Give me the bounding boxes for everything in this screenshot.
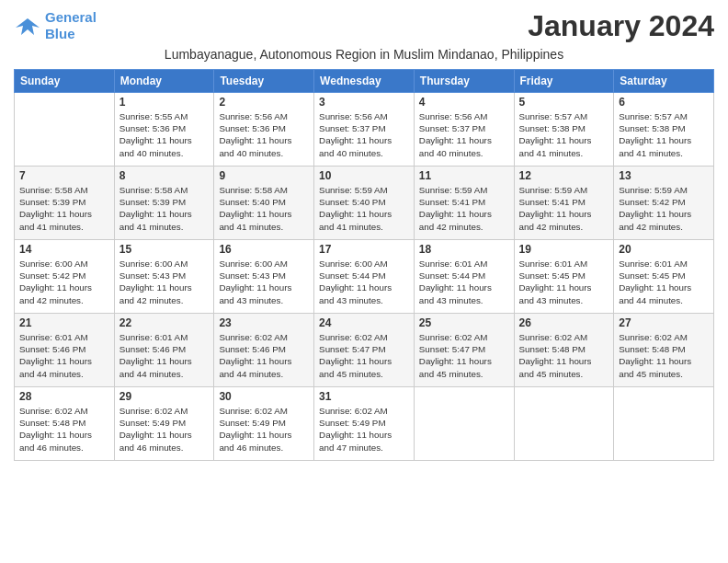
day-number: 3	[319, 96, 409, 109]
calendar-cell: 30Sunrise: 6:02 AM Sunset: 5:49 PM Dayli…	[214, 387, 314, 461]
calendar-cell: 31Sunrise: 6:02 AM Sunset: 5:49 PM Dayli…	[314, 387, 415, 461]
day-number: 25	[419, 316, 509, 329]
day-info: Sunrise: 6:02 AM Sunset: 5:48 PM Dayligh…	[619, 331, 709, 380]
calendar-cell: 18Sunrise: 6:01 AM Sunset: 5:44 PM Dayli…	[414, 240, 514, 314]
day-info: Sunrise: 5:58 AM Sunset: 5:40 PM Dayligh…	[219, 184, 309, 233]
day-number: 5	[519, 96, 609, 109]
calendar-cell: 23Sunrise: 6:02 AM Sunset: 5:46 PM Dayli…	[214, 314, 314, 387]
calendar-cell: 29Sunrise: 6:02 AM Sunset: 5:49 PM Dayli…	[114, 387, 214, 461]
day-info: Sunrise: 5:59 AM Sunset: 5:40 PM Dayligh…	[319, 184, 409, 233]
calendar-cell: 3Sunrise: 5:56 AM Sunset: 5:37 PM Daylig…	[314, 93, 415, 167]
header: General Blue January 2024	[14, 9, 714, 43]
day-info: Sunrise: 6:00 AM Sunset: 5:43 PM Dayligh…	[119, 258, 210, 306]
calendar-cell: 11Sunrise: 5:59 AM Sunset: 5:41 PM Dayli…	[414, 167, 514, 240]
calendar-cell: 22Sunrise: 6:01 AM Sunset: 5:46 PM Dayli…	[114, 314, 214, 387]
col-header-thursday: Thursday	[414, 70, 514, 93]
day-info: Sunrise: 5:58 AM Sunset: 5:39 PM Dayligh…	[119, 184, 210, 233]
week-row-1: 1Sunrise: 5:55 AM Sunset: 5:36 PM Daylig…	[15, 93, 714, 167]
day-number: 4	[419, 96, 509, 109]
week-row-3: 14Sunrise: 6:00 AM Sunset: 5:42 PM Dayli…	[15, 240, 714, 314]
col-header-saturday: Saturday	[614, 70, 714, 93]
week-row-2: 7Sunrise: 5:58 AM Sunset: 5:39 PM Daylig…	[15, 167, 714, 240]
calendar-cell: 24Sunrise: 6:02 AM Sunset: 5:47 PM Dayli…	[314, 314, 415, 387]
day-number: 17	[319, 243, 409, 256]
calendar-cell	[514, 387, 614, 461]
day-number: 20	[619, 243, 709, 256]
day-of-week-row: SundayMondayTuesdayWednesdayThursdayFrid…	[15, 70, 714, 93]
day-info: Sunrise: 5:59 AM Sunset: 5:42 PM Dayligh…	[619, 184, 709, 233]
calendar-cell: 10Sunrise: 5:59 AM Sunset: 5:40 PM Dayli…	[314, 167, 415, 240]
calendar-cell: 17Sunrise: 6:00 AM Sunset: 5:44 PM Dayli…	[314, 240, 415, 314]
day-number: 31	[319, 390, 409, 403]
calendar-cell: 14Sunrise: 6:00 AM Sunset: 5:42 PM Dayli…	[15, 240, 115, 314]
col-header-sunday: Sunday	[15, 70, 115, 93]
day-info: Sunrise: 6:01 AM Sunset: 5:45 PM Dayligh…	[619, 258, 709, 306]
calendar-cell: 6Sunrise: 5:57 AM Sunset: 5:38 PM Daylig…	[614, 93, 714, 167]
day-info: Sunrise: 5:57 AM Sunset: 5:38 PM Dayligh…	[519, 110, 609, 159]
day-number: 22	[119, 316, 210, 329]
day-info: Sunrise: 6:02 AM Sunset: 5:49 PM Dayligh…	[119, 405, 210, 454]
day-info: Sunrise: 5:59 AM Sunset: 5:41 PM Dayligh…	[519, 184, 609, 233]
calendar-cell: 2Sunrise: 5:56 AM Sunset: 5:36 PM Daylig…	[214, 93, 314, 167]
calendar-cell: 1Sunrise: 5:55 AM Sunset: 5:36 PM Daylig…	[114, 93, 214, 167]
day-number: 14	[19, 243, 109, 256]
calendar-cell	[414, 387, 514, 461]
day-number: 27	[619, 316, 709, 329]
calendar-cell: 25Sunrise: 6:02 AM Sunset: 5:47 PM Dayli…	[414, 314, 514, 387]
day-info: Sunrise: 6:02 AM Sunset: 5:49 PM Dayligh…	[219, 405, 309, 454]
col-header-tuesday: Tuesday	[214, 70, 314, 93]
logo-text: General Blue	[45, 9, 97, 42]
calendar-cell: 5Sunrise: 5:57 AM Sunset: 5:38 PM Daylig…	[514, 93, 614, 167]
calendar-cell: 20Sunrise: 6:01 AM Sunset: 5:45 PM Dayli…	[614, 240, 714, 314]
day-number: 30	[219, 390, 309, 403]
day-info: Sunrise: 5:56 AM Sunset: 5:36 PM Dayligh…	[219, 110, 309, 159]
day-number: 10	[319, 169, 409, 182]
day-number: 15	[119, 243, 210, 256]
calendar-cell: 21Sunrise: 6:01 AM Sunset: 5:46 PM Dayli…	[15, 314, 115, 387]
logo: General Blue	[14, 9, 97, 42]
day-number: 23	[219, 316, 309, 329]
day-info: Sunrise: 5:59 AM Sunset: 5:41 PM Dayligh…	[419, 184, 509, 233]
day-info: Sunrise: 5:56 AM Sunset: 5:37 PM Dayligh…	[319, 110, 409, 159]
calendar-cell: 4Sunrise: 5:56 AM Sunset: 5:37 PM Daylig…	[414, 93, 514, 167]
day-number: 29	[119, 390, 210, 403]
logo-icon	[14, 15, 41, 37]
day-info: Sunrise: 6:02 AM Sunset: 5:46 PM Dayligh…	[219, 331, 309, 380]
day-number: 12	[519, 169, 609, 182]
calendar-cell: 19Sunrise: 6:01 AM Sunset: 5:45 PM Dayli…	[514, 240, 614, 314]
calendar-cell: 27Sunrise: 6:02 AM Sunset: 5:48 PM Dayli…	[614, 314, 714, 387]
day-info: Sunrise: 5:56 AM Sunset: 5:37 PM Dayligh…	[419, 110, 509, 159]
day-number: 9	[219, 169, 309, 182]
month-title: January 2024	[528, 9, 714, 43]
day-number: 21	[19, 316, 109, 329]
col-header-wednesday: Wednesday	[314, 70, 415, 93]
day-number: 18	[419, 243, 509, 256]
day-info: Sunrise: 6:02 AM Sunset: 5:48 PM Dayligh…	[19, 405, 109, 454]
calendar-cell: 8Sunrise: 5:58 AM Sunset: 5:39 PM Daylig…	[114, 167, 214, 240]
day-info: Sunrise: 6:00 AM Sunset: 5:43 PM Dayligh…	[219, 258, 309, 306]
day-info: Sunrise: 5:58 AM Sunset: 5:39 PM Dayligh…	[19, 184, 109, 233]
day-number: 6	[619, 96, 709, 109]
day-number: 11	[419, 169, 509, 182]
day-number: 28	[19, 390, 109, 403]
logo-line1: General	[45, 9, 97, 25]
calendar-cell: 7Sunrise: 5:58 AM Sunset: 5:39 PM Daylig…	[15, 167, 115, 240]
calendar-cell: 16Sunrise: 6:00 AM Sunset: 5:43 PM Dayli…	[214, 240, 314, 314]
day-info: Sunrise: 6:01 AM Sunset: 5:46 PM Dayligh…	[119, 331, 210, 380]
day-number: 19	[519, 243, 609, 256]
calendar-cell	[614, 387, 714, 461]
subtitle: Lumbayanague, Autonomous Region in Musli…	[14, 47, 714, 62]
week-row-4: 21Sunrise: 6:01 AM Sunset: 5:46 PM Dayli…	[15, 314, 714, 387]
day-info: Sunrise: 6:00 AM Sunset: 5:42 PM Dayligh…	[19, 258, 109, 306]
calendar-table: SundayMondayTuesdayWednesdayThursdayFrid…	[14, 69, 714, 461]
day-info: Sunrise: 5:55 AM Sunset: 5:36 PM Dayligh…	[119, 110, 210, 159]
calendar-cell: 13Sunrise: 5:59 AM Sunset: 5:42 PM Dayli…	[614, 167, 714, 240]
day-info: Sunrise: 6:02 AM Sunset: 5:48 PM Dayligh…	[519, 331, 609, 380]
week-row-5: 28Sunrise: 6:02 AM Sunset: 5:48 PM Dayli…	[15, 387, 714, 461]
logo-line2: Blue	[45, 26, 75, 41]
col-header-monday: Monday	[114, 70, 214, 93]
day-number: 1	[119, 96, 210, 109]
day-number: 7	[19, 169, 109, 182]
day-number: 24	[319, 316, 409, 329]
calendar-cell: 28Sunrise: 6:02 AM Sunset: 5:48 PM Dayli…	[15, 387, 115, 461]
